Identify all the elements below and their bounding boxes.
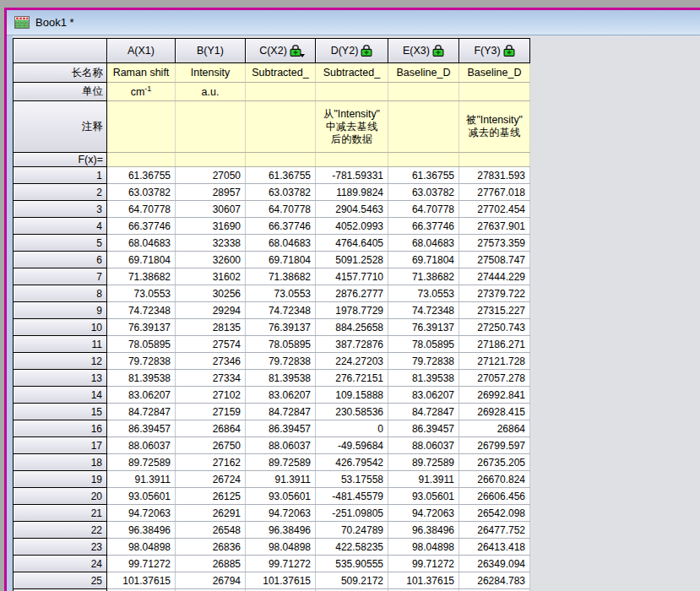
data-cell[interactable]: 79.72838 <box>107 353 176 370</box>
units-cell[interactable] <box>316 83 388 101</box>
data-cell[interactable]: 86.39457 <box>388 420 459 437</box>
units-cell[interactable] <box>459 83 530 101</box>
data-cell[interactable]: 71.38682 <box>388 268 459 285</box>
data-cell[interactable]: 26885 <box>176 556 246 572</box>
data-cell[interactable]: 61.36755 <box>388 167 459 184</box>
data-cell[interactable]: 26413.418 <box>459 539 530 556</box>
data-cell[interactable]: 96.38496 <box>246 522 316 539</box>
row-number[interactable]: 23 <box>14 539 107 556</box>
comments-cell[interactable]: 从"Intensity"中减去基线后的数据 <box>316 101 388 153</box>
data-cell[interactable]: 27573.359 <box>459 235 530 252</box>
data-cell[interactable]: 27574 <box>176 336 246 353</box>
data-cell[interactable]: 27186.271 <box>459 336 530 353</box>
corner-cell[interactable] <box>14 39 107 63</box>
data-cell[interactable]: 26125 <box>176 488 246 505</box>
data-cell[interactable]: 32338 <box>176 235 246 252</box>
data-cell[interactable]: 73.0553 <box>246 285 316 302</box>
data-cell[interactable]: 89.72589 <box>388 454 459 471</box>
row-number[interactable]: 3 <box>14 201 107 218</box>
data-cell[interactable]: 26542.098 <box>459 505 530 522</box>
units-cell[interactable] <box>388 83 459 101</box>
row-number[interactable]: 9 <box>14 302 107 319</box>
lock-icon[interactable] <box>432 45 444 57</box>
data-cell[interactable]: 27121.728 <box>459 353 530 370</box>
data-cell[interactable]: 88.06037 <box>107 437 176 454</box>
row-number[interactable]: 16 <box>14 420 107 437</box>
data-cell[interactable]: 73.0553 <box>388 285 459 302</box>
data-cell[interactable]: 27162 <box>176 454 246 471</box>
data-cell[interactable]: 61.36755 <box>246 167 316 184</box>
data-cell[interactable]: 230.58536 <box>316 404 388 420</box>
data-cell[interactable]: 27334 <box>176 370 246 387</box>
data-cell[interactable]: 26799.597 <box>459 437 530 454</box>
data-cell[interactable]: 27250.743 <box>459 319 530 336</box>
data-cell[interactable]: 27702.454 <box>459 201 530 218</box>
comments-cell[interactable]: 被"Intensity"减去的基线 <box>459 101 530 153</box>
data-cell[interactable]: 32600 <box>176 252 246 268</box>
data-cell[interactable]: 26349.094 <box>459 556 530 572</box>
data-cell[interactable]: 84.72847 <box>388 404 459 420</box>
data-cell[interactable]: 94.72063 <box>246 505 316 522</box>
data-cell[interactable]: 83.06207 <box>107 387 176 404</box>
lock-icon[interactable] <box>290 45 301 57</box>
data-cell[interactable]: 27444.229 <box>459 268 530 285</box>
data-cell[interactable]: 61.36755 <box>107 167 176 184</box>
data-cell[interactable]: 76.39137 <box>388 319 459 336</box>
data-cell[interactable]: 0 <box>316 420 388 437</box>
data-cell[interactable]: 1189.9824 <box>316 184 388 201</box>
data-cell[interactable]: 91.3911 <box>246 471 316 488</box>
data-cell[interactable]: 78.05895 <box>107 336 176 353</box>
row-label-comments[interactable]: 注释 <box>14 101 107 153</box>
data-cell[interactable]: 81.39538 <box>388 370 459 387</box>
data-cell[interactable]: 83.06207 <box>388 387 459 404</box>
data-cell[interactable]: 63.03782 <box>388 184 459 201</box>
data-cell[interactable]: 4052.0993 <box>316 218 388 235</box>
data-cell[interactable]: 93.05601 <box>246 488 316 505</box>
data-cell[interactable]: 26992.841 <box>459 387 530 404</box>
data-cell[interactable]: 535.90555 <box>316 556 388 572</box>
row-number[interactable]: 17 <box>14 437 107 454</box>
fx-cell[interactable] <box>107 153 176 167</box>
data-cell[interactable]: 78.05895 <box>246 336 316 353</box>
data-cell[interactable]: 71.38682 <box>246 268 316 285</box>
data-cell[interactable]: 2876.2777 <box>316 285 388 302</box>
comments-cell[interactable] <box>107 101 176 153</box>
data-cell[interactable]: 78.05895 <box>388 336 459 353</box>
data-cell[interactable]: 66.37746 <box>246 218 316 235</box>
data-cell[interactable]: 91.3911 <box>388 471 459 488</box>
row-number[interactable]: 19 <box>14 471 107 488</box>
row-number[interactable]: 2 <box>14 184 107 201</box>
data-cell[interactable]: 99.71272 <box>107 556 176 572</box>
long_name-cell[interactable]: Raman shift <box>107 63 176 83</box>
data-cell[interactable]: 98.04898 <box>107 539 176 556</box>
data-cell[interactable]: 64.70778 <box>246 201 316 218</box>
data-cell[interactable]: -481.45579 <box>316 488 388 505</box>
data-cell[interactable]: 4157.7710 <box>316 268 388 285</box>
lock-icon[interactable] <box>361 45 372 57</box>
data-cell[interactable]: 26548 <box>176 522 246 539</box>
data-cell[interactable]: 28135 <box>176 319 246 336</box>
row-number[interactable]: 6 <box>14 252 107 268</box>
row-number[interactable]: 10 <box>14 319 107 336</box>
row-number[interactable]: 7 <box>14 268 107 285</box>
data-cell[interactable]: 84.72847 <box>107 404 176 420</box>
column-header-d[interactable]: D(Y2) <box>316 39 388 63</box>
window-titlebar[interactable]: Book1 * <box>7 10 700 35</box>
data-cell[interactable]: 79.72838 <box>246 353 316 370</box>
data-cell[interactable]: 96.38496 <box>388 522 459 539</box>
row-number[interactable]: 15 <box>14 404 107 420</box>
data-cell[interactable]: 94.72063 <box>107 505 176 522</box>
fx-cell[interactable] <box>176 153 246 167</box>
data-cell[interactable]: 387.72876 <box>316 336 388 353</box>
data-cell[interactable]: 66.37746 <box>107 218 176 235</box>
row-number[interactable]: 18 <box>14 454 107 471</box>
column-header-b[interactable]: B(Y1) <box>176 39 246 63</box>
data-cell[interactable]: 94.72063 <box>388 505 459 522</box>
lock-dropdown-caret[interactable] <box>300 54 305 57</box>
data-cell[interactable]: 30256 <box>176 285 246 302</box>
data-cell[interactable]: 84.72847 <box>246 404 316 420</box>
data-cell[interactable]: 101.37615 <box>388 572 459 589</box>
data-cell[interactable]: 81.39538 <box>246 370 316 387</box>
units-cell[interactable]: cm-1 <box>107 83 176 101</box>
data-cell[interactable]: 422.58235 <box>316 539 388 556</box>
